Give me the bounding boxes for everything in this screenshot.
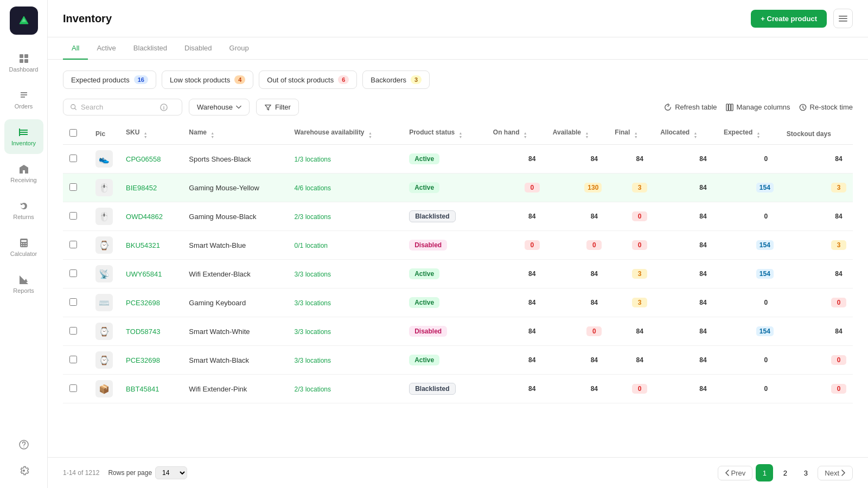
sort-available[interactable]: ▲▼ xyxy=(585,131,589,139)
row-checkbox[interactable] xyxy=(69,356,77,363)
row-sku: BIE98452 xyxy=(119,174,182,202)
location-link[interactable]: 3/3 locations xyxy=(295,299,331,307)
restock-time-button[interactable]: Re-stock time xyxy=(799,103,853,111)
refresh-button[interactable]: Refresh table xyxy=(664,103,717,111)
sort-warehouse[interactable]: ▲▼ xyxy=(368,131,372,139)
warehouse-filter[interactable]: Warehouse xyxy=(189,99,250,115)
pill-backorders[interactable]: Backorders 3 xyxy=(362,70,430,89)
sidebar-item-returns[interactable]: Returns xyxy=(4,193,43,228)
filter-button[interactable]: Filter xyxy=(256,99,299,115)
sort-sku[interactable]: ▲▼ xyxy=(144,131,148,139)
sku-link[interactable]: CPG06558 xyxy=(126,155,161,163)
tab-disabled[interactable]: Disabled xyxy=(176,37,221,60)
row-checkbox[interactable] xyxy=(69,269,77,277)
rows-per-page-label: Rows per page xyxy=(108,469,152,477)
th-name[interactable]: Name ▲▼ xyxy=(182,123,288,145)
sidebar-item-receiving[interactable]: Receiving xyxy=(4,156,43,191)
location-link[interactable]: 0/1 location xyxy=(295,242,328,249)
tab-active[interactable]: Active xyxy=(88,37,124,60)
prev-button[interactable]: Prev xyxy=(718,466,753,480)
th-available[interactable]: Available ▲▼ xyxy=(546,123,609,145)
row-checkbox[interactable] xyxy=(69,384,77,392)
th-on-hand[interactable]: On hand ▲▼ xyxy=(487,123,546,145)
location-link[interactable]: 2/3 locations xyxy=(295,386,331,393)
row-checkbox[interactable] xyxy=(69,212,77,220)
sku-link[interactable]: OWD44862 xyxy=(126,213,163,221)
refresh-label: Refresh table xyxy=(675,103,717,111)
page-2[interactable]: 2 xyxy=(776,464,794,481)
pill-out-of-stock[interactable]: Out of stock products 6 xyxy=(259,70,357,89)
sku-link[interactable]: PCE32698 xyxy=(126,356,160,364)
expected-value: 154 xyxy=(756,183,774,192)
th-expected[interactable]: Expected ▲▼ xyxy=(717,123,780,145)
row-checkbox-cell xyxy=(63,202,89,231)
menu-button[interactable] xyxy=(833,9,853,28)
manage-columns-button[interactable]: Manage columns xyxy=(726,103,790,111)
th-allocated[interactable]: Allocated ▲▼ xyxy=(654,123,717,145)
tab-blacklisted[interactable]: Blacklisted xyxy=(125,37,176,60)
page-1[interactable]: 1 xyxy=(756,464,773,481)
help-button[interactable] xyxy=(13,434,35,455)
row-checkbox-cell xyxy=(63,260,89,288)
select-all-checkbox[interactable] xyxy=(69,129,77,137)
row-warehouse: 2/3 locations xyxy=(288,375,403,403)
status-badge: Active xyxy=(409,268,439,279)
rows-per-page: Rows per page 14 25 50 100 xyxy=(108,466,187,479)
create-product-button[interactable]: + Create product xyxy=(751,10,827,28)
row-pic: 🖱️ xyxy=(89,202,119,231)
th-warehouse[interactable]: Warehouse availability ▲▼ xyxy=(288,123,403,145)
row-final: 3 xyxy=(608,288,654,317)
sort-final[interactable]: ▲▼ xyxy=(634,131,638,139)
rows-per-page-select[interactable]: 14 25 50 100 xyxy=(155,466,187,479)
search-box[interactable] xyxy=(63,99,182,115)
search-input[interactable] xyxy=(81,103,157,111)
row-pic: 📦 xyxy=(89,375,119,403)
sort-on-hand[interactable]: ▲▼ xyxy=(524,131,527,139)
location-link[interactable]: 1/3 locations xyxy=(295,156,331,163)
location-link[interactable]: 4/6 locations xyxy=(295,184,331,192)
th-final[interactable]: Final ▲▼ xyxy=(608,123,654,145)
sku-link[interactable]: TOD58743 xyxy=(126,328,160,336)
sidebar-item-calculator[interactable]: Calculator xyxy=(4,230,43,265)
pill-expected[interactable]: Expected products 16 xyxy=(63,70,156,89)
tab-all[interactable]: All xyxy=(63,37,88,60)
sort-expected[interactable]: ▲▼ xyxy=(757,131,761,139)
product-image: 👟 xyxy=(95,150,113,168)
sidebar-item-dashboard[interactable]: Dashboard xyxy=(4,46,43,80)
sku-link[interactable]: PCE32698 xyxy=(126,299,160,307)
available-value: 84 xyxy=(586,384,602,394)
tab-group[interactable]: Group xyxy=(221,37,258,60)
th-status[interactable]: Product status ▲▼ xyxy=(403,123,487,145)
sidebar-item-inventory[interactable]: Inventory xyxy=(4,119,43,154)
th-sku[interactable]: SKU ▲▼ xyxy=(119,123,182,145)
next-button[interactable]: Next xyxy=(818,466,853,480)
sort-status[interactable]: ▲▼ xyxy=(458,131,462,139)
row-checkbox[interactable] xyxy=(69,298,77,306)
sku-link[interactable]: BBT45841 xyxy=(126,385,159,393)
sku-link[interactable]: BIE98452 xyxy=(126,184,157,192)
svg-rect-15 xyxy=(839,16,847,17)
page-3[interactable]: 3 xyxy=(797,464,814,481)
location-link[interactable]: 2/3 locations xyxy=(295,213,331,221)
th-pic: Pic xyxy=(89,123,119,145)
th-stockout[interactable]: Stockout days xyxy=(780,123,853,145)
settings-button[interactable] xyxy=(13,460,35,481)
row-sku: PCE32698 xyxy=(119,346,182,375)
row-checkbox[interactable] xyxy=(69,155,77,162)
sort-allocated[interactable]: ▲▼ xyxy=(694,131,698,139)
sku-link[interactable]: BKU54321 xyxy=(126,241,160,249)
row-checkbox[interactable] xyxy=(69,183,77,191)
svg-point-12 xyxy=(25,245,27,246)
location-link[interactable]: 3/3 locations xyxy=(295,271,331,278)
location-link[interactable]: 3/3 locations xyxy=(295,357,331,364)
sku-link[interactable]: UWY65841 xyxy=(126,270,162,278)
sidebar-item-reports[interactable]: Reports xyxy=(4,267,43,301)
sidebar-item-orders[interactable]: Orders xyxy=(4,82,43,117)
location-link[interactable]: 3/3 locations xyxy=(295,328,331,336)
row-checkbox[interactable] xyxy=(69,327,77,335)
status-badge: Disabled xyxy=(409,240,447,251)
sort-name[interactable]: ▲▼ xyxy=(210,131,214,139)
row-checkbox[interactable] xyxy=(69,241,77,248)
row-available: 0 xyxy=(546,231,609,260)
pill-low-stock[interactable]: Low stock products 4 xyxy=(162,70,253,89)
